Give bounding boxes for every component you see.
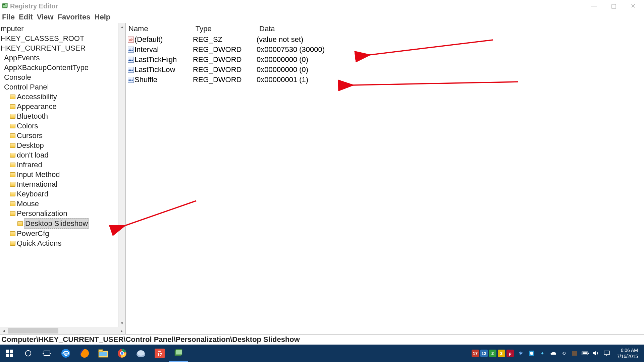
status-bar-path: Computer\HKEY_CURRENT_USER\Control Panel…	[0, 335, 644, 345]
menu-edit[interactable]: Edit	[19, 13, 33, 21]
list-header: Name Type Data	[126, 23, 644, 35]
svg-rect-10	[10, 350, 13, 353]
tree-item-label: Input Method	[17, 170, 60, 179]
dword-value-icon: 110	[128, 47, 134, 53]
tree-item[interactable]: Infrared	[0, 160, 125, 170]
tree-item[interactable]: Colors	[0, 121, 125, 131]
menu-view[interactable]: View	[37, 13, 54, 21]
task-view-button[interactable]	[38, 345, 56, 362]
tree-item[interactable]: don't load	[0, 150, 125, 160]
tree-item-label: mputer	[1, 24, 23, 34]
value-name: Shuffle	[135, 75, 157, 85]
tree-item[interactable]: Console	[0, 72, 125, 82]
taskbar-app-file-explorer[interactable]	[94, 345, 113, 362]
svg-rect-28	[176, 349, 182, 355]
scroll-right-arrow-icon[interactable]: ▸	[118, 328, 125, 333]
tray-badge[interactable]: ρ	[506, 350, 514, 357]
scroll-left-arrow-icon[interactable]: ◂	[0, 328, 7, 333]
dword-value-icon: 110	[128, 77, 134, 83]
tree-item[interactable]: Quick Actions	[0, 238, 125, 248]
volume-icon[interactable]	[592, 350, 600, 357]
action-center-icon[interactable]	[603, 350, 610, 357]
tray-badge[interactable]: 2	[489, 350, 496, 357]
scroll-down-arrow-icon[interactable]: ▾	[118, 319, 125, 327]
start-button[interactable]	[0, 345, 19, 362]
tree-item-label: Cursors	[17, 131, 43, 140]
taskbar-app-firefox[interactable]	[75, 345, 94, 362]
column-header-name[interactable]: Name	[126, 24, 193, 33]
onedrive-icon[interactable]	[549, 350, 557, 357]
value-row[interactable]: 110LastTickHighREG_DWORD0x00000000 (0)	[126, 55, 644, 65]
bluetooth-icon[interactable]: ✱	[517, 350, 525, 357]
tree-item-label: Mouse	[17, 199, 39, 208]
tree-item[interactable]: Input Method	[0, 170, 125, 179]
tree-item[interactable]: AppXBackupContentType	[0, 63, 125, 72]
folder-icon	[10, 104, 15, 109]
close-button[interactable]: ✕	[628, 2, 638, 10]
tree-item[interactable]: Accessibility	[0, 92, 125, 102]
value-list[interactable]: ab(Default)REG_SZ(value not set)110Inter…	[126, 35, 644, 85]
taskbar-app-edge[interactable]	[56, 345, 75, 362]
tree-item[interactable]: HKEY_CLASSES_ROOT	[0, 34, 125, 43]
tree-item[interactable]: Desktop	[0, 140, 125, 150]
svg-marker-35	[593, 351, 596, 356]
tree-item[interactable]: Cursors	[0, 131, 125, 140]
tree-item-label: Bluetooth	[17, 111, 48, 121]
cortana-search-button[interactable]	[19, 345, 38, 362]
regedit-app-icon	[1, 3, 8, 9]
folder-icon	[10, 201, 15, 206]
value-row[interactable]: ab(Default)REG_SZ(value not set)	[126, 35, 644, 45]
minimize-button[interactable]: —	[589, 2, 599, 10]
dword-value-icon: 110	[128, 67, 134, 73]
tree-item[interactable]: HKEY_CURRENT_USER	[0, 43, 125, 53]
tree-item[interactable]: Desktop Slideshow	[0, 218, 125, 229]
tray-app-icon-1[interactable]	[528, 350, 535, 357]
taskbar-app-calendar[interactable]: ▬17	[150, 345, 169, 362]
tree-vertical-scrollbar[interactable]: ▴ ▾	[118, 23, 125, 327]
tray-badge[interactable]: 12	[480, 350, 488, 357]
tree-item[interactable]: Personalization	[0, 208, 125, 218]
registry-tree[interactable]: mputerHKEY_CLASSES_ROOTHKEY_CURRENT_USER…	[0, 23, 125, 327]
tray-app-icon-3[interactable]: ⟲	[560, 350, 568, 357]
value-type: REG_DWORD	[193, 55, 257, 65]
tree-item-label: Desktop	[17, 140, 44, 150]
tree-item[interactable]: Bluetooth	[0, 111, 125, 121]
menu-file[interactable]: File	[2, 13, 15, 21]
folder-icon	[10, 172, 15, 177]
value-type: REG_DWORD	[193, 45, 257, 55]
tree-item[interactable]: International	[0, 179, 125, 189]
column-header-data[interactable]: Data	[257, 24, 644, 33]
tree-item-label: Personalization	[17, 208, 67, 218]
tray-app-icon-4[interactable]	[571, 350, 578, 357]
taskbar-clock[interactable]: 6:06 AM 7/16/2015	[614, 347, 641, 359]
menu-help[interactable]: Help	[95, 13, 111, 21]
tree-item[interactable]: Keyboard	[0, 189, 125, 199]
tree-item[interactable]: Mouse	[0, 199, 125, 208]
battery-icon[interactable]	[582, 350, 589, 357]
tree-item[interactable]: Appearance	[0, 102, 125, 111]
tray-app-icon-2[interactable]: ✦	[539, 350, 546, 357]
tree-item[interactable]: AppEvents	[0, 53, 125, 63]
taskbar-app-generic-1[interactable]	[131, 345, 150, 362]
tray-badge[interactable]: 3	[498, 350, 505, 357]
tree-item-label: Keyboard	[17, 189, 48, 199]
svg-point-26	[137, 350, 145, 356]
tree-item-label: HKEY_CLASSES_ROOT	[1, 34, 84, 43]
taskbar-app-regedit[interactable]	[169, 345, 188, 362]
maximize-button[interactable]: ▢	[608, 2, 619, 10]
tree-item[interactable]: Control Panel	[0, 82, 125, 92]
tree-item-label: Colors	[17, 121, 38, 131]
tree-item[interactable]: mputer	[0, 24, 125, 34]
tree-item-label: PowerCfg	[17, 229, 49, 238]
tree-horizontal-scrollbar[interactable]: ◂ ▸	[0, 327, 125, 334]
tray-badge[interactable]: 17	[472, 350, 479, 357]
value-row[interactable]: 110ShuffleREG_DWORD0x00000001 (1)	[126, 75, 644, 85]
value-row[interactable]: 110LastTickLowREG_DWORD0x00000000 (0)	[126, 65, 644, 75]
tree-item[interactable]: PowerCfg	[0, 229, 125, 238]
menu-favorites[interactable]: Favorites	[58, 13, 91, 21]
taskbar-app-chrome[interactable]	[113, 345, 131, 362]
value-row[interactable]: 110IntervalREG_DWORD0x00007530 (30000)	[126, 45, 644, 55]
scroll-up-arrow-icon[interactable]: ▴	[118, 23, 125, 31]
column-header-type[interactable]: Type	[193, 24, 257, 33]
scroll-thumb[interactable]	[8, 328, 58, 334]
